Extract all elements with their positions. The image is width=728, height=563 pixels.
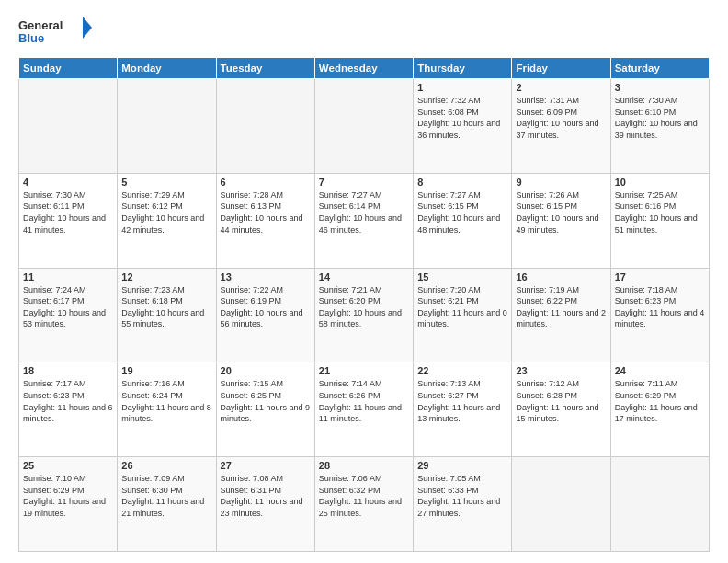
day-number: 5: [121, 177, 211, 188]
day-number: 27: [221, 460, 311, 471]
day-info: Sunrise: 7:32 AM Sunset: 6:08 PM Dayligh…: [417, 95, 507, 141]
day-info: Sunrise: 7:25 AM Sunset: 6:16 PM Dayligh…: [615, 190, 705, 236]
day-number: 13: [221, 271, 311, 282]
day-number: 4: [23, 177, 113, 188]
calendar-cell: 23Sunrise: 7:12 AM Sunset: 6:28 PM Dayli…: [512, 362, 610, 457]
day-info: Sunrise: 7:14 AM Sunset: 6:26 PM Dayligh…: [319, 378, 409, 424]
day-number: 17: [615, 271, 705, 282]
day-number: 9: [516, 177, 606, 188]
calendar-cell: 26Sunrise: 7:09 AM Sunset: 6:30 PM Dayli…: [118, 457, 216, 552]
day-number: 11: [23, 271, 113, 282]
day-of-week-header: Friday: [512, 58, 610, 79]
day-info: Sunrise: 7:10 AM Sunset: 6:29 PM Dayligh…: [23, 473, 113, 519]
calendar-cell: 13Sunrise: 7:22 AM Sunset: 6:19 PM Dayli…: [216, 268, 314, 362]
day-of-week-header: Monday: [118, 58, 216, 79]
calendar-cell: 2Sunrise: 7:31 AM Sunset: 6:09 PM Daylig…: [512, 79, 610, 174]
day-info: Sunrise: 7:16 AM Sunset: 6:24 PM Dayligh…: [121, 378, 211, 424]
day-of-week-header: Sunday: [19, 58, 118, 79]
logo: General Blue: [18, 15, 92, 48]
day-number: 20: [221, 365, 311, 376]
day-number: 19: [121, 365, 211, 376]
day-number: 8: [417, 177, 507, 188]
calendar-cell: 15Sunrise: 7:20 AM Sunset: 6:21 PM Dayli…: [414, 268, 512, 362]
day-info: Sunrise: 7:21 AM Sunset: 6:20 PM Dayligh…: [319, 284, 409, 330]
day-number: 2: [516, 82, 606, 93]
day-info: Sunrise: 7:26 AM Sunset: 6:15 PM Dayligh…: [516, 190, 606, 236]
calendar-cell: 19Sunrise: 7:16 AM Sunset: 6:24 PM Dayli…: [118, 362, 216, 457]
calendar-cell: 21Sunrise: 7:14 AM Sunset: 6:26 PM Dayli…: [314, 362, 413, 457]
day-number: 18: [23, 365, 113, 376]
day-number: 1: [417, 82, 507, 93]
svg-marker-2: [83, 17, 92, 39]
calendar-cell: 16Sunrise: 7:19 AM Sunset: 6:22 PM Dayli…: [512, 268, 610, 362]
day-info: Sunrise: 7:20 AM Sunset: 6:21 PM Dayligh…: [417, 284, 507, 330]
calendar-cell: 12Sunrise: 7:23 AM Sunset: 6:18 PM Dayli…: [118, 268, 216, 362]
calendar: SundayMondayTuesdayWednesdayThursdayFrid…: [18, 57, 710, 552]
day-info: Sunrise: 7:28 AM Sunset: 6:13 PM Dayligh…: [221, 190, 311, 236]
calendar-cell: 28Sunrise: 7:06 AM Sunset: 6:32 PM Dayli…: [314, 457, 413, 552]
calendar-cell: [118, 79, 216, 174]
day-number: 22: [417, 365, 507, 376]
day-number: 15: [417, 271, 507, 282]
calendar-cell: [610, 457, 709, 552]
day-info: Sunrise: 7:09 AM Sunset: 6:30 PM Dayligh…: [121, 473, 211, 519]
day-number: 21: [319, 365, 409, 376]
day-info: Sunrise: 7:24 AM Sunset: 6:17 PM Dayligh…: [23, 284, 113, 330]
day-number: 10: [615, 177, 705, 188]
day-info: Sunrise: 7:05 AM Sunset: 6:33 PM Dayligh…: [417, 473, 507, 519]
day-info: Sunrise: 7:18 AM Sunset: 6:23 PM Dayligh…: [615, 284, 705, 330]
calendar-cell: 5Sunrise: 7:29 AM Sunset: 6:12 PM Daylig…: [118, 173, 216, 268]
day-number: 29: [417, 460, 507, 471]
day-number: 26: [121, 460, 211, 471]
calendar-cell: 22Sunrise: 7:13 AM Sunset: 6:27 PM Dayli…: [414, 362, 512, 457]
day-info: Sunrise: 7:15 AM Sunset: 6:25 PM Dayligh…: [221, 378, 311, 424]
calendar-cell: 4Sunrise: 7:30 AM Sunset: 6:11 PM Daylig…: [19, 173, 118, 268]
day-number: 28: [319, 460, 409, 471]
day-number: 12: [121, 271, 211, 282]
header: General Blue: [18, 15, 710, 48]
calendar-cell: 27Sunrise: 7:08 AM Sunset: 6:31 PM Dayli…: [216, 457, 314, 552]
calendar-cell: 11Sunrise: 7:24 AM Sunset: 6:17 PM Dayli…: [19, 268, 118, 362]
day-info: Sunrise: 7:08 AM Sunset: 6:31 PM Dayligh…: [221, 473, 311, 519]
calendar-cell: 17Sunrise: 7:18 AM Sunset: 6:23 PM Dayli…: [610, 268, 709, 362]
calendar-cell: 7Sunrise: 7:27 AM Sunset: 6:14 PM Daylig…: [314, 173, 413, 268]
day-info: Sunrise: 7:22 AM Sunset: 6:19 PM Dayligh…: [221, 284, 311, 330]
logo-icon: General Blue: [18, 15, 92, 48]
day-number: 25: [23, 460, 113, 471]
calendar-cell: 14Sunrise: 7:21 AM Sunset: 6:20 PM Dayli…: [314, 268, 413, 362]
day-info: Sunrise: 7:31 AM Sunset: 6:09 PM Dayligh…: [516, 95, 606, 141]
calendar-cell: 10Sunrise: 7:25 AM Sunset: 6:16 PM Dayli…: [610, 173, 709, 268]
calendar-cell: 6Sunrise: 7:28 AM Sunset: 6:13 PM Daylig…: [216, 173, 314, 268]
calendar-cell: 24Sunrise: 7:11 AM Sunset: 6:29 PM Dayli…: [610, 362, 709, 457]
day-of-week-header: Tuesday: [216, 58, 314, 79]
day-number: 16: [516, 271, 606, 282]
calendar-cell: [19, 79, 118, 174]
page: General Blue SundayMondayTuesdayWednesda…: [0, 0, 728, 563]
day-info: Sunrise: 7:13 AM Sunset: 6:27 PM Dayligh…: [417, 378, 507, 424]
svg-text:General: General: [18, 18, 63, 32]
day-number: 14: [319, 271, 409, 282]
day-info: Sunrise: 7:11 AM Sunset: 6:29 PM Dayligh…: [615, 378, 705, 424]
day-number: 3: [615, 82, 705, 93]
calendar-cell: [216, 79, 314, 174]
day-info: Sunrise: 7:30 AM Sunset: 6:10 PM Dayligh…: [615, 95, 705, 141]
calendar-cell: 9Sunrise: 7:26 AM Sunset: 6:15 PM Daylig…: [512, 173, 610, 268]
day-info: Sunrise: 7:29 AM Sunset: 6:12 PM Dayligh…: [121, 190, 211, 236]
day-number: 7: [319, 177, 409, 188]
day-info: Sunrise: 7:30 AM Sunset: 6:11 PM Dayligh…: [23, 190, 113, 236]
day-info: Sunrise: 7:17 AM Sunset: 6:23 PM Dayligh…: [23, 378, 113, 424]
calendar-cell: 18Sunrise: 7:17 AM Sunset: 6:23 PM Dayli…: [19, 362, 118, 457]
calendar-cell: 29Sunrise: 7:05 AM Sunset: 6:33 PM Dayli…: [414, 457, 512, 552]
day-info: Sunrise: 7:27 AM Sunset: 6:14 PM Dayligh…: [319, 190, 409, 236]
day-info: Sunrise: 7:06 AM Sunset: 6:32 PM Dayligh…: [319, 473, 409, 519]
calendar-cell: 3Sunrise: 7:30 AM Sunset: 6:10 PM Daylig…: [610, 79, 709, 174]
calendar-cell: [512, 457, 610, 552]
day-info: Sunrise: 7:12 AM Sunset: 6:28 PM Dayligh…: [516, 378, 606, 424]
calendar-cell: 25Sunrise: 7:10 AM Sunset: 6:29 PM Dayli…: [19, 457, 118, 552]
day-number: 24: [615, 365, 705, 376]
day-number: 6: [221, 177, 311, 188]
day-number: 23: [516, 365, 606, 376]
svg-text:Blue: Blue: [18, 31, 44, 45]
calendar-cell: [314, 79, 413, 174]
calendar-cell: 1Sunrise: 7:32 AM Sunset: 6:08 PM Daylig…: [414, 79, 512, 174]
